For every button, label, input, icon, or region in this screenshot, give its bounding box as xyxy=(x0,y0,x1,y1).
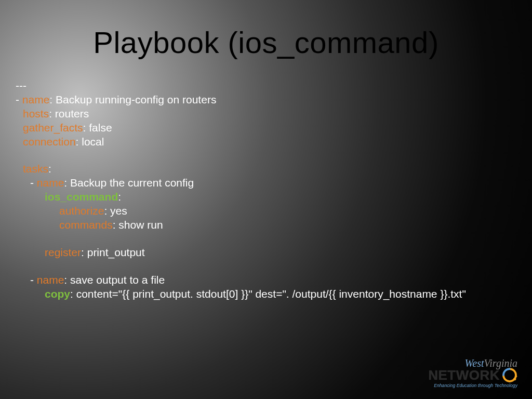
blank-line xyxy=(16,232,516,246)
playbook-code: --- - name: Backup running-config on rou… xyxy=(16,79,516,301)
code-line: - name: save output to a file xyxy=(16,273,516,287)
code-line: copy: content="{{ print_output. stdout[0… xyxy=(16,287,516,301)
slide: Playbook (ios_command) --- - name: Backu… xyxy=(0,0,532,399)
svg-point-0 xyxy=(513,377,516,380)
yaml-key: tasks xyxy=(23,163,48,175)
logo-wv: WestVirginia xyxy=(428,358,517,368)
yaml-key: connection xyxy=(23,136,76,148)
wvnet-logo: WestVirginia NETWORK Enhancing Education… xyxy=(428,358,517,388)
svg-point-1 xyxy=(515,375,517,377)
yaml-module: ios_command xyxy=(45,191,118,203)
code-line: --- xyxy=(16,79,516,93)
code-line: tasks: xyxy=(16,162,516,176)
blank-line xyxy=(16,260,516,273)
logo-network: NETWORK xyxy=(428,368,500,382)
logo-ring-icon xyxy=(502,367,517,383)
yaml-module: copy xyxy=(45,288,70,300)
code-line: - name: Backup running-config on routers xyxy=(16,93,516,107)
yaml-key: name xyxy=(37,177,64,189)
code-line: hosts: routers xyxy=(16,107,516,121)
code-line: ios_command: xyxy=(16,190,516,204)
blank-line xyxy=(16,149,516,162)
yaml-key: name xyxy=(22,94,50,105)
yaml-key: authorize xyxy=(59,205,104,217)
code-line: commands: show run xyxy=(16,218,516,232)
yaml-key: gather_facts xyxy=(23,122,83,134)
code-line: gather_facts: false xyxy=(16,121,516,135)
code-line: authorize: yes xyxy=(16,204,516,218)
yaml-key: name xyxy=(37,274,64,286)
code-line: - name: Backup the current config xyxy=(16,176,516,190)
yaml-key: commands xyxy=(59,219,113,231)
code-line: connection: local xyxy=(16,135,516,149)
yaml-key: hosts xyxy=(23,108,49,119)
slide-title: Playbook (ios_command) xyxy=(0,25,532,60)
code-line: register: print_output xyxy=(16,246,516,260)
logo-tagline: Enhancing Education through Technology xyxy=(428,383,517,388)
yaml-key: register xyxy=(45,246,81,258)
